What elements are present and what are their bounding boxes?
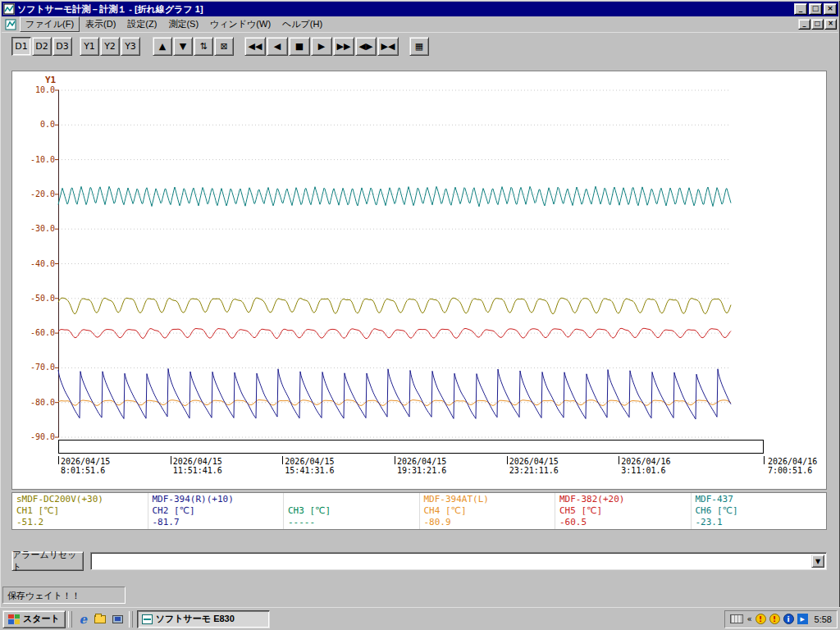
y-axis-tick-label: -10.0 (17, 155, 55, 164)
menu-window[interactable]: ウィンドウ(W) (204, 16, 276, 32)
legend-channel-label: CH4 [℃] (424, 505, 551, 517)
start-button[interactable]: スタート (2, 610, 66, 628)
title-bar: ソフトサーモ計測－計測１ - [折れ線グラフ 1] _ □ × (2, 2, 838, 16)
jump-start-button[interactable]: ◀◀ (244, 37, 266, 56)
mdi-restore-button[interactable]: □ (811, 19, 824, 30)
expand-time-button[interactable]: ◀▶ (355, 37, 377, 56)
scroll-down-button[interactable]: ▼ (173, 37, 193, 56)
alarm-reset-button[interactable]: アラームリセット (11, 551, 84, 571)
start-button-label: スタート (23, 613, 60, 625)
menu-view[interactable]: 表示(D) (80, 16, 121, 32)
scroll-up-button[interactable]: ▲ (153, 37, 172, 56)
legend-channel-label: CH2 [℃] (153, 505, 280, 517)
legend-channel-label: CH3 [℃] (288, 505, 415, 517)
display-2-button[interactable]: D2 (32, 37, 52, 56)
taskbar-app-label: ソフトサーモ E830 (156, 613, 235, 625)
taskbar-app-button[interactable]: ソフトサーモ E830 (137, 610, 270, 628)
legend-channel-value: -80.9 (424, 517, 551, 528)
y-axis-tick-label: -90.0 (17, 432, 55, 441)
fit-vertical-button[interactable]: ⇅ (194, 37, 213, 56)
step-back-button[interactable]: ◀ (267, 37, 288, 56)
legend-channel-value: -81.7 (153, 517, 280, 528)
y-axis-2-button[interactable]: Y2 (100, 37, 120, 56)
mdi-minimize-button[interactable]: _ (798, 19, 810, 30)
y-axis-tick-label: -60.0 (17, 328, 55, 337)
alert-tray-icon-2[interactable]: ! (769, 614, 780, 624)
jump-end-button[interactable]: ▶▶ (333, 37, 354, 56)
taskbar: スタート e ソフトサーモ E830 « ! ! i ▶ 5:58 (0, 607, 840, 630)
step-forward-button[interactable]: ▶ (311, 37, 332, 56)
minimize-button[interactable]: _ (794, 3, 807, 15)
y-axis-3-button[interactable]: Y3 (121, 37, 140, 56)
play-tray-icon[interactable]: ▶ (797, 614, 808, 624)
x-tick-mark (764, 456, 765, 464)
legend-entry-ch1: sMDF-DC200V(+30) CH1 [℃] -51.2 (12, 493, 148, 529)
alert-tray-icon-1[interactable]: ! (756, 614, 766, 624)
legend-sensor-name: MDF-437 (696, 494, 823, 505)
dropdown-arrow-icon[interactable]: ▼ (811, 555, 824, 568)
x-axis-tick-label: 2026/04/1523:21:11.6 (507, 457, 559, 475)
legend-sensor-name: sMDF-DC200V(+30) (16, 494, 144, 505)
legend-panel: sMDF-DC200V(+30) CH1 [℃] -51.2 MDF-394(R… (11, 492, 827, 530)
series-ch2 (58, 368, 731, 419)
compress-time-button[interactable]: ▶◀ (377, 37, 399, 56)
menu-help[interactable]: ヘルプ(H) (276, 16, 328, 32)
info-tray-icon[interactable]: i (783, 614, 794, 624)
tray-collapse-chevron-icon[interactable]: « (746, 614, 751, 623)
legend-entry-ch5: MDF-382(+20) CH5 [℃] -60.5 (555, 493, 692, 529)
status-bar: 保存ウェイト！！ (2, 584, 838, 605)
y-axis-tick-label: -30.0 (17, 224, 55, 233)
x-axis-tick-label: 2026/04/158:01:51.6 (58, 457, 110, 475)
display-1-button[interactable]: D1 (11, 37, 31, 56)
legend-entry-ch6: MDF-437 CH6 [℃] -23.1 (692, 493, 827, 529)
legend-channel-label: CH1 [℃] (16, 505, 144, 517)
x-axis-tick-label: 2026/04/1519:31:21.6 (395, 457, 446, 475)
legend-channel-value: ----- (288, 517, 415, 528)
app-task-icon (142, 614, 153, 624)
legend-sensor-name: MDF-394(R)(+10) (153, 494, 280, 505)
window-title: ソフトサーモ計測－計測１ - [折れ線グラフ 1] (17, 3, 792, 16)
legend-sensor-name (288, 494, 415, 505)
system-tray: « ! ! i ▶ 5:58 (724, 610, 838, 628)
close-button[interactable]: × (824, 3, 837, 15)
y-axis-tick-label: -20.0 (17, 189, 55, 199)
display-3-button[interactable]: D3 (52, 37, 72, 56)
legend-sensor-name: MDF-382(+20) (559, 494, 687, 505)
time-range-selector[interactable] (58, 440, 764, 454)
y-axis-1-button[interactable]: Y1 (80, 37, 99, 56)
y-axis-title: Y1 (45, 75, 56, 85)
x-axis-tick-label: 2026/04/167:00:51.6 (765, 457, 817, 475)
x-axis-tick-label: 2026/04/1515:41:31.6 (282, 457, 334, 475)
legend-entry-ch2: MDF-394(R)(+10) CH2 [℃] -81.7 (148, 493, 285, 529)
legend-channel-value: -60.5 (559, 517, 687, 528)
mdi-close-button[interactable]: × (824, 19, 837, 30)
windows-logo-icon (8, 614, 20, 624)
y-axis-tick-label: -70.0 (17, 363, 55, 372)
x-axis-tick-label: 2026/04/163:11:01.6 (619, 457, 670, 475)
quick-launch-folder-icon[interactable] (92, 610, 109, 628)
y-axis-tick-label: 0.0 (17, 120, 55, 129)
legend-sensor-name: MDF-394AT(L) (424, 494, 551, 505)
menu-measure[interactable]: 測定(S) (162, 16, 204, 32)
legend-channel-value: -51.2 (16, 517, 144, 528)
taskbar-clock: 5:58 (815, 614, 832, 624)
menu-file[interactable]: ファイル(F) (20, 16, 80, 32)
maximize-button[interactable]: □ (809, 3, 822, 15)
keyboard-indicator-icon[interactable] (730, 614, 743, 623)
menu-settings[interactable]: 設定(Z) (121, 16, 162, 32)
stop-button[interactable]: ■ (289, 37, 310, 56)
quick-launch-desktop-icon[interactable] (109, 610, 126, 628)
zoom-range-button[interactable]: ⊠ (214, 37, 234, 56)
status-message: 保存ウェイト！！ (2, 587, 126, 604)
mdi-child-icon[interactable] (5, 19, 16, 30)
data-grid-button[interactable]: ▦ (409, 37, 429, 56)
taskbar-grip[interactable] (68, 611, 72, 628)
alarm-message-combobox[interactable]: ▼ (90, 552, 827, 570)
client-area: Y1 10.00.0-10.0-20.0-30.0-40.0-50.0-60.0… (2, 59, 838, 584)
series-ch1 (58, 298, 731, 314)
line-graph-plot (58, 90, 731, 437)
quick-launch-ie-icon[interactable]: e (75, 610, 92, 628)
taskbar-grip[interactable] (129, 611, 133, 628)
app-icon (3, 3, 15, 15)
alarm-row: アラームリセット ▼ (11, 551, 827, 571)
